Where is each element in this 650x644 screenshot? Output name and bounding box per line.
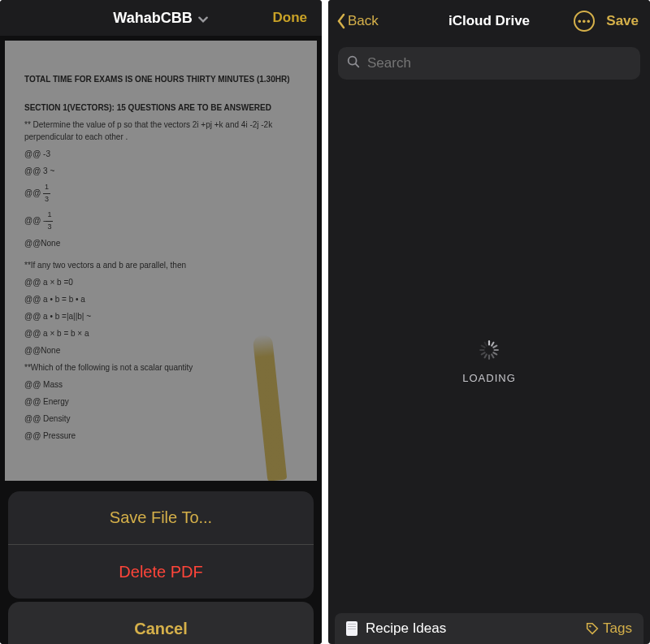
loading-label: LOADING	[462, 372, 516, 384]
back-label: Back	[348, 13, 379, 29]
svg-line-9	[485, 354, 487, 357]
svg-line-3	[492, 343, 493, 346]
back-button[interactable]: Back	[336, 13, 379, 29]
delete-pdf-button[interactable]: Delete PDF	[8, 545, 314, 599]
more-options-button[interactable]: •••	[574, 11, 595, 32]
recent-note-title: Recipe Ideas	[366, 620, 446, 637]
save-button[interactable]: Save	[606, 13, 639, 29]
svg-line-12	[482, 346, 485, 348]
document-title: WahabCBB	[113, 10, 192, 27]
svg-line-1	[356, 64, 359, 67]
svg-line-6	[493, 352, 496, 354]
bottom-toolbar: Recipe Ideas Tags	[335, 613, 644, 644]
save-file-to-button[interactable]: Save File To...	[8, 491, 314, 545]
svg-line-4	[493, 346, 496, 348]
tags-button[interactable]: Tags	[585, 620, 632, 637]
drive-content-area: LOADING	[328, 80, 650, 644]
left-header: WahabCBB Done	[0, 0, 322, 36]
page-title: iCloud Drive	[448, 13, 530, 29]
search-icon	[346, 54, 361, 72]
header-actions: ••• Save	[574, 11, 639, 32]
document-title-dropdown[interactable]: WahabCBB	[113, 10, 208, 27]
right-header: Back iCloud Drive ••• Save	[328, 0, 650, 42]
phone-left: WahabCBB Done TOTAL TIME FOR EXAMS IS ON…	[0, 0, 322, 644]
recent-note-chip[interactable]: Recipe Ideas	[346, 620, 446, 637]
cancel-button[interactable]: Cancel	[8, 602, 314, 644]
loading-spinner-icon	[479, 339, 500, 361]
chevron-down-icon	[197, 12, 209, 24]
svg-line-10	[482, 352, 485, 354]
search-input[interactable]	[367, 55, 632, 71]
done-button[interactable]: Done	[273, 10, 308, 26]
note-icon	[346, 621, 358, 636]
phone-right: Back iCloud Drive ••• Save	[328, 0, 650, 644]
chevron-left-icon	[336, 13, 346, 29]
svg-line-7	[492, 354, 493, 357]
tag-icon	[585, 621, 600, 636]
action-sheet: Save File To... Delete PDF	[8, 491, 314, 599]
tags-label: Tags	[603, 620, 632, 637]
svg-line-13	[485, 343, 487, 346]
search-bar[interactable]	[338, 47, 640, 80]
svg-point-14	[589, 625, 591, 627]
ellipsis-icon: •••	[578, 15, 592, 28]
